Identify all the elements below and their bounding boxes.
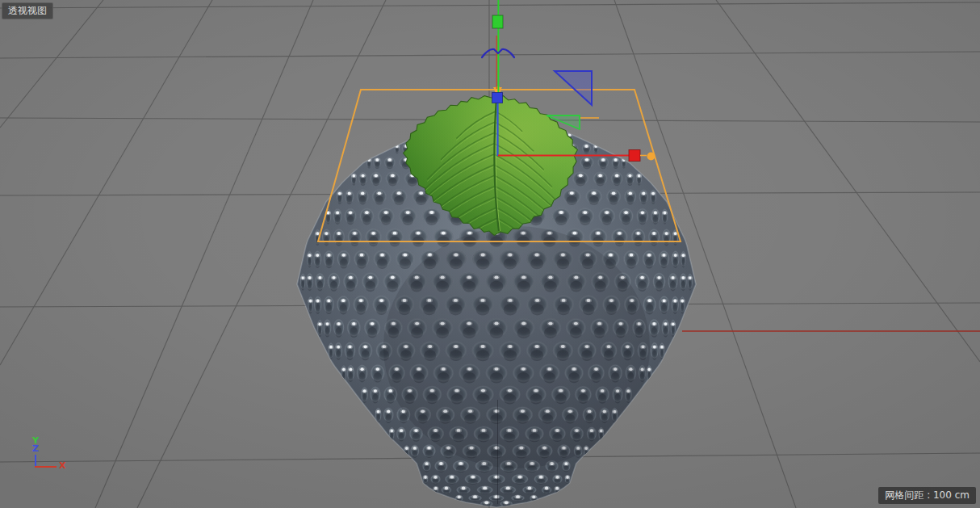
axis-x-line	[35, 466, 57, 468]
axis-z-line	[35, 455, 36, 466]
scene-canvas[interactable]	[0, 0, 980, 508]
z-axis-scale-handle[interactable]	[492, 93, 503, 103]
viewport-name-label: 透视视图	[2, 2, 53, 19]
grid-line-horizontal	[0, 2, 980, 8]
grid-spacing-label: 网格间距 : 100 cm	[878, 487, 976, 504]
grid-line-depth	[716, 0, 980, 362]
plane-handle-blue[interactable]	[555, 71, 592, 105]
y-axis-scale-handle[interactable]	[492, 15, 503, 28]
world-axis-widget: Y Z X	[27, 435, 76, 479]
x-axis-scale-handle[interactable]	[629, 150, 640, 162]
axis-z-label: Z	[32, 444, 39, 453]
x-axis-tip-dot[interactable]	[647, 153, 655, 161]
grid-line-horizontal	[0, 52, 980, 58]
axis-x-label: X	[59, 461, 65, 470]
grid-line-depth	[95, 0, 313, 508]
viewport-3d[interactable]: 透视视图 Y Z X 网格间距 : 100 cm	[0, 0, 980, 508]
